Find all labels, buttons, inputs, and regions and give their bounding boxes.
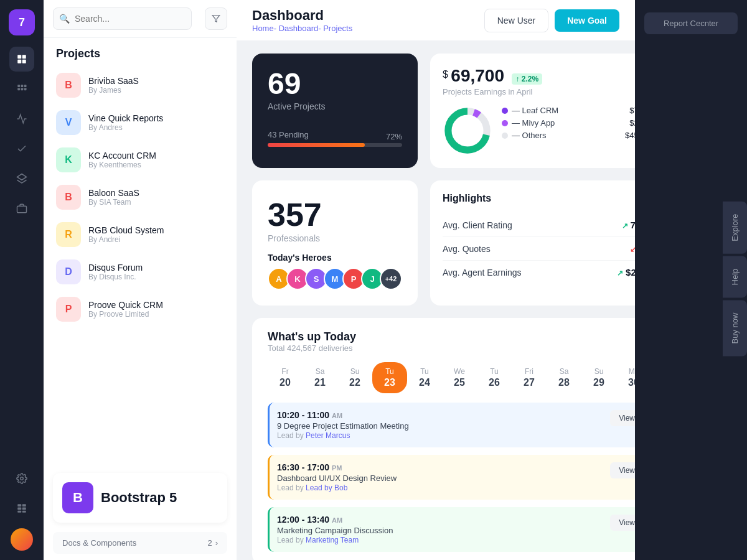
- svg-rect-16: [22, 508, 26, 510]
- sidebar-icon-chart[interactable]: [9, 106, 34, 131]
- event-person-link[interactable]: Marketing Team: [306, 536, 359, 544]
- project-icon: B: [56, 185, 81, 210]
- project-info: RGB Cloud System By Andrei: [88, 225, 164, 244]
- breadcrumb-home: Home-: [252, 24, 276, 33]
- project-info: KC Account CRM By Keenthemes: [88, 151, 156, 169]
- docs-chevron: ›: [215, 538, 218, 548]
- day-name: Sa: [303, 367, 337, 376]
- explore-tab[interactable]: Explore: [723, 202, 747, 254]
- day-number: 28: [547, 377, 581, 388]
- docs-link[interactable]: Docs & Components 2 ›: [53, 532, 227, 554]
- project-item[interactable]: B Briviba SaaS By James: [50, 67, 230, 104]
- filter-button[interactable]: [205, 7, 227, 30]
- sidebar-icon-briefcase[interactable]: [9, 196, 34, 221]
- project-item[interactable]: B Baloon SaaS By SIA Team: [50, 179, 230, 216]
- day-name: Tu: [477, 367, 512, 376]
- avatars-row: AKSMPJ+42: [268, 268, 402, 290]
- professionals-number: 357: [268, 196, 402, 233]
- header-actions: New User New Goal: [484, 9, 619, 32]
- highlight-label: Avg. Quotes: [443, 244, 491, 254]
- calendar-day[interactable]: Sa 28: [547, 362, 581, 393]
- svg-rect-2: [17, 60, 21, 63]
- dashboard-body: 69 Active Projects 43 Pending 72% $ 69,7…: [237, 41, 635, 560]
- projects-title: Projects: [44, 38, 237, 67]
- right-panel: Report Cecnter Explore Help Buy now: [635, 0, 747, 560]
- calendar-day[interactable]: Fri 27: [512, 362, 547, 393]
- earnings-badge: ↑ 2.2%: [512, 73, 542, 85]
- highlight-row: Avg. Agent Earnings ↗$2,309: [443, 261, 635, 284]
- calendar-day[interactable]: Su 22: [337, 362, 372, 393]
- project-by: By Andrei: [88, 235, 164, 244]
- project-name: Disqus Forum: [88, 263, 143, 273]
- bootstrap-icon: B: [62, 482, 93, 513]
- svg-rect-18: [22, 511, 26, 513]
- heroes-title: Today's Heroes: [268, 253, 402, 263]
- project-item[interactable]: P Proove Quick CRM By Proove Limited: [50, 291, 230, 328]
- legend-value: $2,820: [629, 118, 635, 128]
- event-person-link[interactable]: Peter Marcus: [306, 431, 350, 440]
- legend-item: — Mivy App $2,820: [502, 118, 635, 128]
- svg-rect-8: [21, 88, 24, 91]
- event-item: 10:20 - 11:00 AM 9 Degree Project Estima…: [268, 403, 635, 447]
- day-number: 23: [372, 377, 407, 388]
- calendar-day[interactable]: We 25: [442, 362, 477, 393]
- sidebar-avatar[interactable]: 7: [9, 9, 35, 35]
- calendar-day[interactable]: Tu 23: [372, 362, 407, 393]
- calendar-day[interactable]: Fr 20: [268, 362, 303, 393]
- highlights-title: Highlights: [443, 193, 635, 204]
- calendar-day[interactable]: Tu 24: [407, 362, 442, 393]
- top-header: Dashboard Home- Dashboard- Projects New …: [237, 0, 635, 41]
- calendar-day[interactable]: Su 29: [581, 362, 616, 393]
- new-goal-button[interactable]: New Goal: [555, 9, 619, 32]
- calendar-day[interactable]: Sa 21: [303, 362, 337, 393]
- sidebar-icon-check[interactable]: [9, 136, 34, 161]
- event-details: 12:00 - 13:40 AM Marketing Campaign Disc…: [277, 515, 603, 544]
- highlight-value: ↙730: [630, 243, 635, 254]
- project-item[interactable]: R RGB Cloud System By Andrei: [50, 216, 230, 253]
- sidebar-icon-layers[interactable]: [9, 166, 34, 191]
- project-info: Vine Quick Reports By Andres: [88, 113, 163, 132]
- event-person-link[interactable]: Lead by Bob: [306, 483, 347, 492]
- header-left: Dashboard Home- Dashboard- Projects: [252, 7, 352, 33]
- project-item[interactable]: D Disqus Forum By Disqus Inc.: [50, 253, 230, 291]
- svg-rect-3: [22, 60, 26, 63]
- event-ampm: PM: [332, 464, 342, 472]
- trend-icon: ↗: [617, 269, 623, 278]
- help-tab[interactable]: Help: [723, 256, 747, 298]
- progress-percent: 72%: [386, 132, 402, 141]
- buy-now-tab[interactable]: Buy now: [723, 300, 747, 356]
- user-avatar[interactable]: [11, 528, 33, 551]
- sidebar-icon-apps[interactable]: [9, 77, 34, 101]
- event-time: 12:00 - 13:40 AM: [277, 515, 603, 525]
- project-item[interactable]: K KC Account CRM By Keenthemes: [50, 141, 230, 179]
- events-list: 10:20 - 11:00 AM 9 Degree Project Estima…: [268, 403, 635, 552]
- project-icon: D: [56, 259, 81, 284]
- calendar-day[interactable]: Tu 26: [477, 362, 512, 393]
- bootstrap-card: B Bootstrap 5: [53, 473, 227, 523]
- calendar-day[interactable]: Mo 30: [616, 362, 635, 393]
- progress-bar-wrap: [268, 143, 402, 147]
- event-view-button[interactable]: View: [610, 410, 635, 426]
- sidebar-icon-tiles[interactable]: [9, 496, 34, 521]
- event-item: 16:30 - 17:00 PM Dashboard UI/UX Design …: [268, 455, 635, 500]
- svg-rect-13: [17, 504, 21, 506]
- new-user-button[interactable]: New User: [484, 9, 548, 32]
- day-name: Tu: [407, 367, 442, 376]
- highlight-row: Avg. Quotes ↙730: [443, 237, 635, 261]
- sidebar-icon-grid[interactable]: [9, 47, 34, 72]
- report-center-button[interactable]: Report Cecnter: [644, 12, 738, 34]
- event-view-button[interactable]: View: [610, 462, 635, 478]
- earnings-currency: $: [443, 69, 448, 80]
- project-by: By Proove Limited: [88, 310, 163, 319]
- event-view-button[interactable]: View: [610, 515, 635, 531]
- legend-item: — Leaf CRM $7,660: [502, 106, 635, 115]
- event-item: 12:00 - 13:40 AM Marketing Campaign Disc…: [268, 507, 635, 552]
- sidebar-icon-settings[interactable]: [9, 466, 34, 491]
- event-time: 10:20 - 11:00 AM: [277, 410, 603, 420]
- search-input[interactable]: [53, 7, 192, 30]
- event-time: 16:30 - 17:00 PM: [277, 462, 603, 472]
- project-info: Baloon SaaS By SIA Team: [88, 188, 139, 207]
- earnings-label: Projects Earnings in April: [443, 87, 635, 96]
- whatsup-subtitle: Total 424,567 deliveries: [268, 343, 635, 353]
- project-item[interactable]: V Vine Quick Reports By Andres: [50, 104, 230, 141]
